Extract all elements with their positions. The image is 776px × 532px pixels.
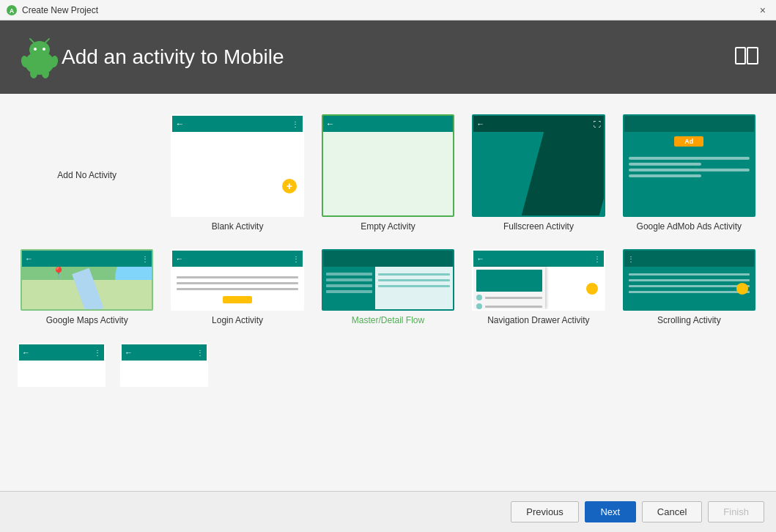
nav-fab xyxy=(586,283,598,295)
no-activity-label: Add No Activity xyxy=(57,170,117,180)
login-button-visual xyxy=(223,296,252,303)
activity-item-blank[interactable]: ← ⋮ + Blank Activity xyxy=(168,111,306,234)
svg-rect-14 xyxy=(747,48,758,64)
master-detail-line-1 xyxy=(378,273,450,276)
scroll-line-2 xyxy=(629,279,750,281)
svg-point-5 xyxy=(34,48,37,51)
blank-dots: ⋮ xyxy=(292,120,300,128)
nav-drawer-item-1 xyxy=(476,295,542,300)
nav-dots: ⋮ xyxy=(594,255,601,263)
master-list-item-3 xyxy=(326,284,372,287)
close-button[interactable]: × xyxy=(755,3,770,18)
activity-item-empty[interactable]: ← Empty Activity xyxy=(319,111,457,234)
login-fields xyxy=(172,267,302,309)
blank-activity-label: Blank Activity xyxy=(212,221,264,232)
scroll-fab xyxy=(736,283,748,295)
admob-activity-label: Google AdMob Ads Activity xyxy=(637,221,742,232)
nav-activity-thumbnail: ← ⋮ xyxy=(472,249,605,311)
admob-activity-thumbnail: Ad xyxy=(623,114,755,217)
admob-ad-label: Ad xyxy=(674,136,703,147)
layout-icon xyxy=(735,47,758,67)
master-detail-line-2 xyxy=(378,279,450,281)
activity-item-scroll[interactable]: ⋮ Scrolling Activity xyxy=(620,246,758,328)
app-icon: A xyxy=(6,4,18,16)
nav-line-1 xyxy=(485,297,542,299)
activity-grid: Add No Activity ← ⋮ + Blank Activity ← E… xyxy=(12,106,764,334)
master-detail xyxy=(375,267,453,309)
fullscreen-activity-thumbnail: ← ⛶ xyxy=(472,114,605,217)
activity-item-login[interactable]: ← ⋮ Login Activity xyxy=(168,246,306,328)
next-button[interactable]: Next xyxy=(585,501,636,522)
activity-item-master[interactable]: Master/Detail Flow xyxy=(319,246,457,328)
empty-activity-label: Empty Activity xyxy=(361,221,415,232)
admob-content xyxy=(624,151,754,183)
empty-back-arrow: ← xyxy=(326,119,335,129)
master-body xyxy=(323,267,453,309)
nav-back: ← xyxy=(476,254,484,263)
scroll-bar: ⋮ xyxy=(624,251,754,267)
scroll-line-4 xyxy=(629,291,750,293)
fullscreen-back: ← xyxy=(476,119,484,128)
scroll-dots: ⋮ xyxy=(627,255,635,263)
blank-back-arrow: ← xyxy=(175,119,184,129)
scroll-body xyxy=(624,267,754,300)
partial-item-1[interactable]: ← ⋮ xyxy=(18,343,106,387)
master-activity-label: Master/Detail Flow xyxy=(352,315,424,325)
login-line-3 xyxy=(177,288,298,290)
android-logo xyxy=(18,35,62,79)
admob-line-2 xyxy=(629,163,701,166)
nav-dot-1 xyxy=(476,295,482,300)
activity-item-nav[interactable]: ← ⋮ xyxy=(469,246,607,328)
fullscreen-activity-label: Fullscreen Activity xyxy=(503,221,574,232)
svg-rect-13 xyxy=(736,48,745,64)
partial-thumb-2: ← ⋮ xyxy=(120,343,208,387)
title-bar: A Create New Project × xyxy=(0,0,776,21)
activity-item-no-activity[interactable]: Add No Activity xyxy=(18,111,156,234)
partial-thumb-1: ← ⋮ xyxy=(18,343,106,387)
admob-line-3 xyxy=(629,169,750,171)
activity-item-fullscreen[interactable]: ← ⛶ Fullscreen Activity xyxy=(469,111,607,234)
fullscreen-expand: ⛶ xyxy=(594,120,601,128)
nav-drawer-item-2 xyxy=(476,303,542,309)
maps-back: ← xyxy=(25,254,33,263)
partial-item-2[interactable]: ← ⋮ xyxy=(120,343,208,387)
maps-activity-label: Google Maps Activity xyxy=(46,315,128,325)
svg-point-6 xyxy=(43,48,45,51)
activity-item-maps[interactable]: ← ⋮ 📍 Google Maps Activity xyxy=(18,246,156,328)
master-list xyxy=(323,267,375,309)
blank-fab: + xyxy=(282,179,297,193)
partial-row: ← ⋮ ← ⋮ xyxy=(12,337,764,393)
svg-point-12 xyxy=(42,68,49,78)
scroll-line-1 xyxy=(629,273,750,276)
activity-item-admob[interactable]: Ad Google AdMob Ads Activity xyxy=(620,111,758,234)
login-bar: ← ⋮ xyxy=(172,251,302,267)
finish-button[interactable]: Finish xyxy=(708,501,764,522)
admob-bar xyxy=(624,116,754,132)
nav-drawer xyxy=(473,267,545,309)
previous-button[interactable]: Previous xyxy=(511,501,579,522)
blank-activity-thumbnail: ← ⋮ + xyxy=(171,114,303,217)
login-line-1 xyxy=(177,276,298,278)
login-activity-thumbnail: ← ⋮ xyxy=(171,249,303,311)
partial1-dots: ⋮ xyxy=(94,349,101,357)
master-list-item-4 xyxy=(326,290,372,293)
maps-activity-thumbnail: ← ⋮ 📍 xyxy=(21,249,153,311)
master-bar xyxy=(323,251,453,267)
svg-line-8 xyxy=(45,39,49,43)
svg-point-4 xyxy=(29,41,50,59)
login-line-2 xyxy=(177,282,298,284)
cancel-button[interactable]: Cancel xyxy=(642,501,702,522)
nav-drawer-header xyxy=(476,270,542,292)
login-dots: ⋮ xyxy=(292,255,300,263)
svg-text:A: A xyxy=(10,7,15,15)
login-back: ← xyxy=(175,254,183,263)
master-list-item-2 xyxy=(326,278,372,281)
partial2-dots: ⋮ xyxy=(196,349,204,357)
login-activity-label: Login Activity xyxy=(212,315,263,325)
admob-line-4 xyxy=(629,174,701,177)
svg-point-11 xyxy=(30,68,37,78)
dialog-footer: Previous Next Cancel Finish xyxy=(0,491,776,532)
title-bar-text: Create New Project xyxy=(22,5,755,15)
header-title: Add an activity to Mobile xyxy=(62,45,284,69)
scroll-activity-thumbnail: ⋮ xyxy=(623,249,755,311)
